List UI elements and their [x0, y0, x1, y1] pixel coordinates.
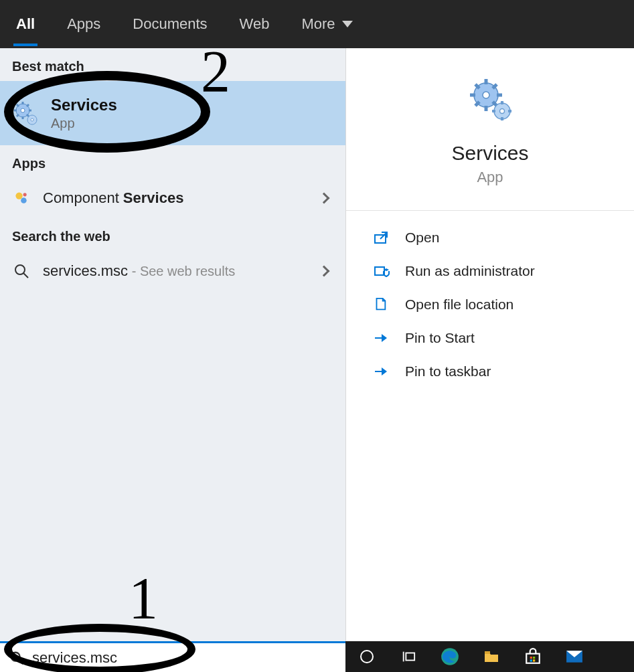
results-left-column: Best match Services App: [0, 48, 345, 641]
search-input[interactable]: [32, 649, 336, 667]
section-best-match-label: Best match: [0, 48, 345, 81]
svg-point-1: [21, 108, 25, 112]
action-label: Open: [405, 230, 439, 246]
open-icon: [373, 230, 392, 245]
search-box[interactable]: [0, 641, 345, 672]
app-result-component-services[interactable]: Component Services: [0, 178, 345, 218]
tab-web[interactable]: Web: [237, 1, 272, 48]
tab-label: Documents: [133, 15, 207, 32]
svg-rect-24: [533, 657, 535, 659]
svg-line-8: [23, 273, 28, 278]
search-icon: [12, 262, 31, 280]
folder-location-icon: [373, 297, 392, 312]
action-open[interactable]: Open: [373, 227, 634, 248]
search-filter-tabs: All Apps Documents Web More: [0, 0, 634, 48]
svg-point-12: [500, 109, 505, 114]
svg-point-17: [361, 651, 373, 663]
shield-admin-icon: [373, 264, 392, 278]
pin-icon: [373, 331, 392, 345]
search-results-pane: Best match Services App: [0, 48, 634, 641]
action-label: Open file location: [405, 297, 513, 313]
svg-rect-19: [406, 653, 414, 661]
detail-title: Services: [451, 142, 528, 165]
search-icon: [9, 651, 24, 665]
section-apps-label: Apps: [0, 145, 345, 178]
app-result-bold: Services: [123, 189, 184, 206]
section-web-label: Search the web: [0, 218, 345, 251]
detail-actions: Open Run as administrator Open file loca…: [346, 211, 634, 382]
chevron-right-icon: [319, 193, 330, 204]
svg-point-4: [15, 192, 22, 199]
tab-documents[interactable]: Documents: [130, 1, 210, 48]
svg-point-6: [23, 193, 27, 196]
detail-subtitle: App: [477, 169, 503, 186]
best-match-subtitle: App: [51, 116, 117, 131]
svg-rect-26: [533, 659, 535, 661]
action-run-as-admin[interactable]: Run as administrator: [373, 260, 634, 282]
taskbar-file-explorer-icon[interactable]: [479, 645, 503, 669]
svg-point-3: [31, 118, 33, 121]
tab-label: More: [301, 15, 335, 33]
taskbar-store-icon[interactable]: [521, 645, 545, 669]
svg-rect-21: [485, 651, 490, 654]
svg-line-16: [19, 659, 23, 663]
web-result-label: services.msc - See web results: [43, 262, 235, 280]
svg-point-7: [15, 265, 25, 274]
best-match-result[interactable]: Services App: [0, 81, 345, 145]
svg-point-10: [483, 92, 489, 98]
app-result-prefix: Component: [43, 189, 123, 206]
tab-apps[interactable]: Apps: [64, 1, 103, 48]
action-label: Pin to taskbar: [405, 363, 491, 380]
chevron-right-icon: [319, 266, 330, 277]
taskbar-mail-icon[interactable]: [562, 645, 586, 669]
web-result-query: services.msc: [43, 262, 128, 279]
action-pin-to-start[interactable]: Pin to Start: [373, 327, 634, 349]
web-result-services-msc[interactable]: services.msc - See web results: [0, 251, 345, 291]
services-gears-icon: [466, 75, 514, 123]
pin-icon: [373, 364, 392, 379]
tab-label: Web: [240, 15, 270, 32]
taskbar-taskview-icon[interactable]: [396, 645, 420, 669]
svg-point-15: [11, 652, 20, 661]
action-open-file-location[interactable]: Open file location: [373, 294, 634, 315]
detail-pane: Services App Open Run as administrator: [345, 48, 634, 641]
svg-rect-25: [530, 659, 532, 661]
action-pin-to-taskbar[interactable]: Pin to taskbar: [373, 361, 634, 382]
detail-header: Services App: [346, 48, 634, 211]
action-label: Run as administrator: [405, 263, 535, 279]
tab-label: Apps: [67, 15, 100, 32]
tab-all[interactable]: All: [13, 1, 37, 48]
taskbar-cortana-icon[interactable]: [355, 645, 379, 669]
svg-rect-14: [375, 267, 384, 275]
best-match-text: Services App: [51, 96, 117, 131]
svg-rect-23: [530, 657, 532, 659]
app-result-label: Component Services: [43, 189, 183, 207]
services-gears-icon: [12, 100, 39, 127]
tab-label: All: [16, 15, 35, 32]
component-services-icon: [12, 189, 31, 207]
action-label: Pin to Start: [405, 330, 475, 346]
tab-more[interactable]: More: [299, 1, 355, 48]
chevron-down-icon: [342, 21, 353, 27]
taskbar: [345, 641, 634, 672]
svg-point-5: [21, 197, 27, 203]
taskbar-edge-icon[interactable]: [438, 645, 462, 669]
best-match-title: Services: [51, 96, 117, 114]
web-result-suffix: - See web results: [128, 264, 235, 278]
